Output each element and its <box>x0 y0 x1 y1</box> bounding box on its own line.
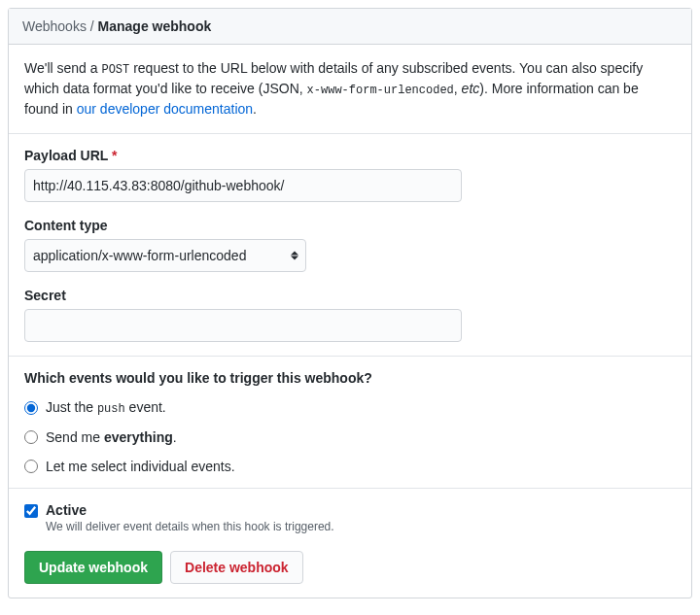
content-type-label: Content type <box>24 218 676 233</box>
breadcrumb-parent[interactable]: Webhooks <box>22 18 87 34</box>
radio-option-individual[interactable]: Let me select individual events. <box>24 459 676 474</box>
active-checkbox[interactable] <box>24 504 38 518</box>
delete-webhook-button[interactable]: Delete webhook <box>170 551 303 584</box>
radio-option-push[interactable]: Just the push event. <box>24 399 676 416</box>
required-marker: * <box>112 148 117 163</box>
radio-individual-label: Let me select individual events. <box>46 459 235 474</box>
docs-link[interactable]: our developer documentation <box>77 101 253 117</box>
intro-text: We'll send a POST request to the URL bel… <box>9 45 691 134</box>
radio-everything-label: Send me everything. <box>46 429 177 445</box>
events-section: Which events would you like to trigger t… <box>9 357 691 489</box>
content-type-select[interactable]: application/x-www-form-urlencoded <box>24 239 306 272</box>
radio-push-label: Just the push event. <box>46 399 166 416</box>
bottom-section: Active We will deliver event details whe… <box>9 489 691 598</box>
payload-url-label: Payload URL * <box>24 148 676 163</box>
radio-everything[interactable] <box>24 430 38 444</box>
radio-option-everything[interactable]: Send me everything. <box>24 429 676 445</box>
radio-individual[interactable] <box>24 460 38 473</box>
page-title: Manage webhook <box>98 18 212 34</box>
active-description: We will deliver event details when this … <box>46 520 334 533</box>
secret-label: Secret <box>24 288 676 303</box>
panel-header: Webhooks / Manage webhook <box>9 9 691 45</box>
webhook-settings-panel: Webhooks / Manage webhook We'll send a P… <box>8 8 692 598</box>
events-title: Which events would you like to trigger t… <box>24 370 676 386</box>
code-urlencoded: x-www-form-urlencoded <box>307 84 454 97</box>
form-fields-section: Payload URL * Content type application/x… <box>9 134 691 357</box>
update-webhook-button[interactable]: Update webhook <box>24 551 162 584</box>
secret-input[interactable] <box>24 309 462 342</box>
payload-url-input[interactable] <box>24 169 462 202</box>
breadcrumb-separator: / <box>87 18 98 34</box>
code-post: POST <box>101 63 129 77</box>
active-label: Active <box>46 502 334 518</box>
radio-push[interactable] <box>24 401 38 415</box>
